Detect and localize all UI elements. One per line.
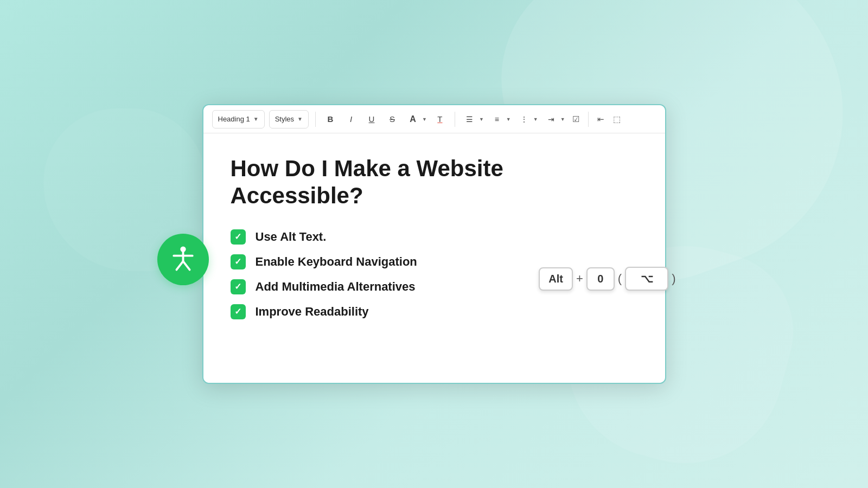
bullet-list-group[interactable]: ≡ ▼	[489, 111, 512, 127]
close-paren: )	[672, 272, 675, 286]
svg-line-3	[176, 261, 183, 269]
align-arrow: ▼	[478, 117, 484, 122]
numbered-arrow: ▼	[533, 117, 539, 122]
indent-button[interactable]: ⇥	[543, 111, 559, 127]
styles-chevron-icon: ▼	[297, 116, 303, 122]
font-color-button[interactable]: T	[432, 111, 448, 127]
italic-button[interactable]: I	[343, 111, 359, 127]
font-size-arrow: ▼	[422, 117, 427, 122]
bullet-list-button[interactable]: ≡	[489, 111, 505, 127]
divider-2	[455, 112, 455, 127]
align-button[interactable]: ☰	[462, 111, 478, 127]
outdent-button[interactable]: ⇤	[595, 111, 607, 127]
plus-sign: +	[576, 272, 583, 286]
checklist-item-4-text: Improve Readability	[256, 305, 369, 319]
numbered-list-button[interactable]: ⋮	[516, 111, 532, 127]
accessibility-icon	[157, 234, 209, 285]
heading-select[interactable]: Heading 1 ▼	[212, 110, 265, 129]
bold-button[interactable]: B	[322, 111, 339, 127]
indent-arrow: ▼	[560, 117, 566, 122]
editor-content: How Do I Make a Website Accessible? Use …	[203, 133, 665, 383]
svg-line-4	[183, 261, 189, 269]
checklist-button[interactable]: ☑	[570, 111, 582, 127]
zero-key: 0	[586, 267, 615, 291]
styles-select-label: Styles	[275, 115, 294, 123]
checklist-item-1-text: Use Alt Text.	[256, 230, 327, 244]
heading-chevron-icon: ▼	[253, 116, 259, 122]
checkbox-1	[231, 229, 246, 245]
list-item: Use Alt Text.	[231, 229, 638, 245]
checklist-item-2-text: Enable Keyboard Navigation	[256, 255, 417, 269]
checkbox-2	[231, 254, 246, 269]
option-key: ⌥	[625, 267, 668, 291]
alt-key: Alt	[539, 267, 573, 291]
checkbox-4	[231, 304, 246, 319]
font-size-button[interactable]: A	[405, 111, 421, 127]
align-group[interactable]: ☰ ▼	[462, 111, 484, 127]
editor-window: Heading 1 ▼ Styles ▼ B I U S A ▼	[202, 104, 666, 384]
heading-select-label: Heading 1	[218, 115, 250, 123]
strikethrough-button[interactable]: S	[384, 111, 400, 127]
divider-3	[588, 112, 589, 127]
bullet-arrow: ▼	[506, 117, 512, 122]
list-item: Improve Readability	[231, 304, 638, 319]
styles-select[interactable]: Styles ▼	[269, 110, 309, 129]
underline-button[interactable]: U	[363, 111, 380, 127]
checklist-item-3-text: Add Multimedia Alternatives	[256, 280, 416, 294]
checkbox-3	[231, 279, 246, 294]
document-heading: How Do I Make a Website Accessible?	[231, 155, 638, 210]
open-paren: (	[618, 272, 622, 286]
indent-group[interactable]: ⇥ ▼	[543, 111, 566, 127]
numbered-list-group[interactable]: ⋮ ▼	[516, 111, 539, 127]
font-size-group[interactable]: A ▼	[405, 111, 427, 127]
toolbar: Heading 1 ▼ Styles ▼ B I U S A ▼	[203, 105, 665, 133]
justify-button[interactable]: ⬚	[611, 111, 623, 127]
divider-1	[315, 112, 316, 127]
keyboard-shortcut: Alt + 0 ( ⌥ )	[539, 267, 675, 291]
